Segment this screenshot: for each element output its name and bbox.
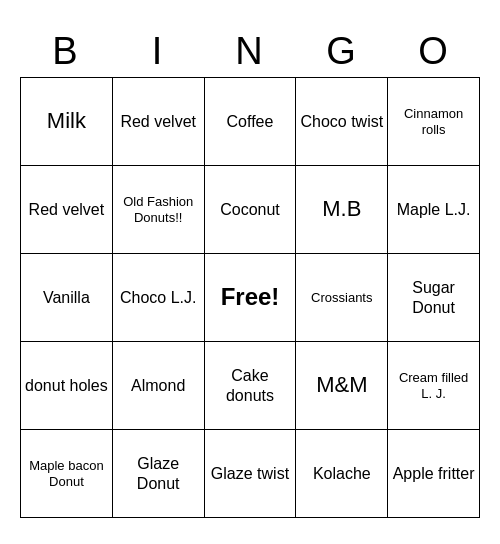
bingo-cell: Free! (205, 254, 297, 342)
bingo-cell: Cream filled L. J. (388, 342, 480, 430)
bingo-cell: Kolache (296, 430, 388, 518)
bingo-cell: donut holes (21, 342, 113, 430)
bingo-cell: Cake donuts (205, 342, 297, 430)
bingo-cell: Coffee (205, 78, 297, 166)
header-letter: B (20, 26, 112, 77)
bingo-cell: Old Fashion Donuts!! (113, 166, 205, 254)
bingo-cell: Maple L.J. (388, 166, 480, 254)
bingo-header: BINGO (20, 26, 480, 77)
bingo-grid: MilkRed velvetCoffeeChoco twistCinnamon … (20, 77, 480, 518)
bingo-cell: Apple fritter (388, 430, 480, 518)
header-letter: O (388, 26, 480, 77)
bingo-cell: Vanilla (21, 254, 113, 342)
bingo-cell: Maple bacon Donut (21, 430, 113, 518)
bingo-cell: M.B (296, 166, 388, 254)
bingo-cell: Cinnamon rolls (388, 78, 480, 166)
bingo-cell: Milk (21, 78, 113, 166)
bingo-cell: Coconut (205, 166, 297, 254)
bingo-cell: Almond (113, 342, 205, 430)
bingo-cell: Crossiants (296, 254, 388, 342)
header-letter: G (296, 26, 388, 77)
bingo-cell: Red velvet (21, 166, 113, 254)
bingo-cell: Red velvet (113, 78, 205, 166)
header-letter: I (112, 26, 204, 77)
bingo-cell: Glaze twist (205, 430, 297, 518)
bingo-cell: Sugar Donut (388, 254, 480, 342)
header-letter: N (204, 26, 296, 77)
bingo-cell: M&M (296, 342, 388, 430)
bingo-cell: Glaze Donut (113, 430, 205, 518)
bingo-card: BINGO MilkRed velvetCoffeeChoco twistCin… (20, 26, 480, 518)
bingo-cell: Choco twist (296, 78, 388, 166)
bingo-cell: Choco L.J. (113, 254, 205, 342)
